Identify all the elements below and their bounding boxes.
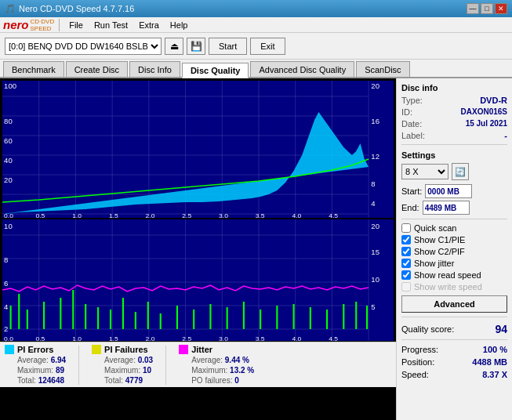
svg-text:4.5: 4.5 — [329, 212, 338, 218]
start-mb-input[interactable] — [425, 184, 472, 198]
svg-text:15: 15 — [371, 248, 379, 256]
show-c1-checkbox[interactable] — [401, 235, 411, 244]
tabs-bar: Benchmark Create Disc Disc Info Disc Qua… — [0, 60, 512, 78]
show-jitter-checkbox[interactable] — [401, 259, 411, 268]
close-button[interactable]: ✕ — [495, 3, 507, 14]
svg-text:10: 10 — [4, 223, 13, 230]
tab-disc-info[interactable]: Disc Info — [129, 61, 180, 77]
tab-scandisc[interactable]: ScanDisc — [356, 61, 409, 77]
id-label: ID: — [401, 107, 412, 117]
end-mb-input[interactable] — [423, 201, 470, 215]
show-read-row: Show read speed — [401, 270, 507, 280]
pi-failures-total-label: Total: 4779 — [92, 376, 153, 385]
show-jitter-row: Show jitter — [401, 259, 507, 268]
position-label: Position: — [401, 357, 434, 367]
title-bar-controls[interactable]: — □ ✕ — [467, 3, 507, 14]
quick-scan-checkbox[interactable] — [401, 223, 411, 233]
show-write-label: Show write speed — [414, 282, 482, 291]
maximize-button[interactable]: □ — [481, 3, 493, 14]
position-row: Position: 4488 MB — [401, 357, 507, 367]
tab-create-disc[interactable]: Create Disc — [66, 61, 128, 77]
drive-select[interactable]: [0:0] BENQ DVD DD DW1640 BSLB — [5, 38, 162, 55]
svg-text:100: 100 — [4, 82, 16, 90]
jitter-avg-value: 9.44 % — [225, 356, 249, 364]
pi-errors-avg-value: 6.94 — [51, 356, 66, 364]
exit-button[interactable]: Exit — [250, 38, 285, 55]
show-c1-label: Show C1/PIE — [414, 235, 465, 244]
advanced-button[interactable]: Advanced — [401, 295, 507, 313]
type-label: Type: — [401, 96, 423, 105]
date-label: Date: — [401, 119, 422, 129]
legend-jitter: Jitter Average: 9.44 % Maximum: 13.2 % P… — [179, 345, 254, 385]
title-bar: 🎵 Nero CD-DVD Speed 4.7.7.16 — □ ✕ — [0, 0, 512, 17]
app-title: Nero CD-DVD Speed 4.7.7.16 — [19, 4, 134, 13]
svg-text:2.0: 2.0 — [146, 212, 155, 218]
speed-info-value: 8.37 X — [482, 370, 507, 379]
svg-text:4.0: 4.0 — [292, 212, 301, 218]
svg-text:10: 10 — [371, 276, 379, 284]
speed-info-row: Speed: 8.37 X — [401, 370, 507, 379]
start-button[interactable]: Start — [209, 38, 247, 55]
menu-file[interactable]: File — [64, 20, 88, 31]
menu-runtest[interactable]: Run Test — [89, 20, 133, 31]
menu-help[interactable]: Help — [165, 20, 193, 31]
bottom-chart-svg: 10 8 6 4 2 20 15 10 5 0.0 0.5 1.0 1.5 2.… — [2, 219, 394, 341]
svg-text:5: 5 — [371, 303, 375, 311]
svg-text:3.5: 3.5 — [256, 335, 265, 341]
pi-errors-avg-label: Average: 6.94 — [5, 356, 66, 364]
show-read-checkbox[interactable] — [401, 270, 411, 280]
show-c1-row: Show C1/PIE — [401, 235, 507, 244]
right-panel: Disc info Type: DVD-R ID: DAXON016S Date… — [396, 78, 512, 420]
pi-failures-max-value: 10 — [143, 366, 151, 375]
save-button[interactable]: 💾 — [187, 38, 205, 55]
svg-text:4: 4 — [371, 200, 375, 208]
divider-1 — [401, 144, 507, 145]
svg-text:1.5: 1.5 — [109, 212, 118, 218]
svg-text:16: 16 — [371, 118, 379, 125]
type-value: DVD-R — [480, 96, 507, 105]
svg-text:20: 20 — [371, 223, 379, 230]
end-mb-row: End: — [401, 201, 507, 215]
refresh-button[interactable]: 🔄 — [452, 163, 469, 180]
svg-text:3.0: 3.0 — [219, 212, 228, 218]
label-label: Label: — [401, 131, 425, 140]
settings-title: Settings — [401, 150, 507, 160]
pi-failures-max-label: Maximum: 10 — [92, 366, 153, 375]
svg-text:20: 20 — [4, 176, 13, 184]
show-c2-checkbox[interactable] — [401, 247, 411, 256]
menu-extra[interactable]: Extra — [134, 20, 164, 31]
legend-pi-errors: PI Errors Average: 6.94 Maximum: 89 Tota… — [5, 345, 66, 385]
label-value: - — [504, 131, 507, 140]
speed-select[interactable]: 8 X Max 4 X 16 X — [401, 164, 448, 179]
main-content: 100 80 60 40 20 20 16 12 8 4 0.0 0.5 1.0… — [0, 78, 512, 420]
svg-text:1.0: 1.0 — [72, 212, 82, 218]
nero-brand: nero — [3, 18, 29, 31]
bottom-chart: 10 8 6 4 2 20 15 10 5 0.0 0.5 1.0 1.5 2.… — [2, 219, 394, 341]
jitter-po-value: 0 — [234, 376, 239, 385]
quality-row: Quality score: 94 — [401, 323, 507, 335]
position-value: 4488 MB — [472, 357, 507, 367]
pi-failures-total-value: 4779 — [125, 376, 143, 385]
svg-text:2.5: 2.5 — [182, 335, 191, 341]
pi-errors-label: PI Errors — [17, 345, 53, 354]
quality-label: Quality score: — [401, 324, 454, 334]
tab-advanced-disc-quality[interactable]: Advanced Disc Quality — [250, 61, 354, 77]
tab-benchmark[interactable]: Benchmark — [3, 61, 64, 77]
start-mb-row: Start: — [401, 184, 507, 198]
tab-disc-quality[interactable]: Disc Quality — [182, 63, 249, 78]
svg-text:2.5: 2.5 — [182, 212, 191, 218]
show-write-checkbox[interactable] — [401, 282, 411, 291]
svg-text:1.0: 1.0 — [72, 335, 82, 341]
legend-divider-2 — [165, 346, 166, 385]
legend-pi-failures-header: PI Failures — [92, 345, 153, 354]
minimize-button[interactable]: — — [467, 3, 479, 14]
svg-text:0.0: 0.0 — [4, 335, 13, 341]
svg-text:3.5: 3.5 — [256, 212, 265, 218]
start-label: Start: — [401, 186, 422, 196]
svg-text:80: 80 — [4, 118, 13, 125]
eject-button[interactable]: ⏏ — [165, 38, 183, 55]
app-icon: 🎵 — [5, 4, 16, 14]
speed-info-label: Speed: — [401, 370, 429, 379]
svg-text:4: 4 — [4, 303, 8, 311]
svg-text:4.0: 4.0 — [292, 335, 301, 341]
